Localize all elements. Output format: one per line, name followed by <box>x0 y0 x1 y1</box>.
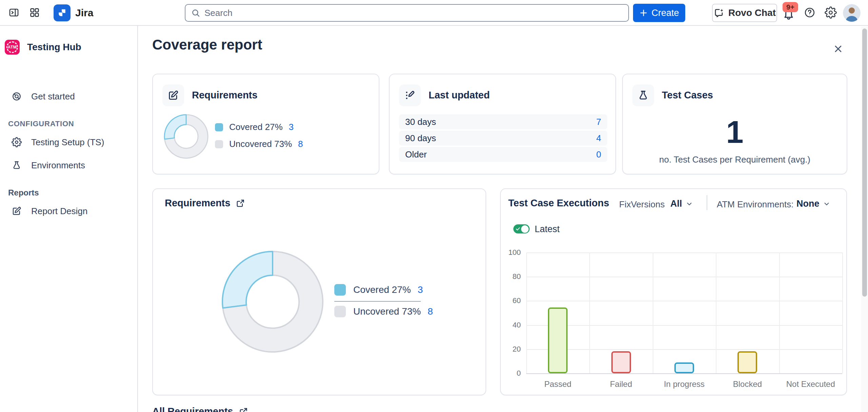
search-input[interactable] <box>204 8 611 18</box>
rovo-chat-button[interactable]: Rovo Chat <box>712 4 777 22</box>
gridline <box>716 252 716 373</box>
test-cases-value: 1 <box>623 114 847 150</box>
list-edit-icon <box>404 90 416 101</box>
icon-tile <box>162 85 184 106</box>
sidebar-item-get-started[interactable]: Get started <box>0 87 137 106</box>
covered-count-link[interactable]: 3 <box>289 122 294 132</box>
bar-blocked <box>737 351 757 373</box>
flask-icon <box>12 160 22 170</box>
gridline <box>526 277 842 277</box>
last-updated-row-older: Older 0 <box>399 147 607 162</box>
y-axis-tick-label: 0 <box>494 369 521 378</box>
sidebar-item-label: Environments <box>31 160 85 171</box>
sidebar-section-reports: Reports <box>8 188 39 198</box>
uncovered-count-link[interactable]: 8 <box>298 139 303 149</box>
y-axis-tick-label: 100 <box>494 248 521 257</box>
row-count-link[interactable]: 0 <box>596 149 601 160</box>
bar-failed <box>611 351 631 373</box>
requirements-summary-card: Requirements Covered 27% 3 Uncovered 73%… <box>152 74 379 174</box>
gridline <box>526 373 842 374</box>
gridline <box>653 252 653 373</box>
logo-ring <box>6 41 18 53</box>
legend-swatch-covered <box>334 284 346 296</box>
lifebuoy-icon <box>12 91 22 101</box>
edit-icon <box>167 90 179 101</box>
test-cases-card: Test Cases 1 no. Test Cases per Requirem… <box>622 74 847 174</box>
executions-panel: Test Case Executions FixVersions All ATM… <box>500 188 847 395</box>
gridline <box>779 252 780 373</box>
user-avatar[interactable] <box>843 4 861 22</box>
bell-icon <box>782 16 795 21</box>
app-switcher-button[interactable] <box>27 5 42 20</box>
gridline <box>526 252 842 253</box>
panel-title: Test Case Executions <box>508 198 609 209</box>
legend-swatch-uncovered <box>334 306 346 317</box>
search-icon <box>191 8 200 18</box>
last-updated-row-90days: 90 days 4 <box>399 131 607 146</box>
edit-icon <box>12 206 22 216</box>
sidebar-item-environments[interactable]: Environments <box>0 156 137 175</box>
external-link-icon[interactable] <box>236 199 245 208</box>
row-label: Older <box>405 149 427 160</box>
requirements-donut-chart <box>163 113 209 160</box>
x-axis-category-label: Failed <box>589 379 652 389</box>
settings-button[interactable] <box>823 5 838 20</box>
last-updated-row-30days: 30 days 7 <box>399 114 607 129</box>
x-axis-category-label: In progress <box>653 379 716 389</box>
gridline <box>842 252 843 373</box>
app-window: Jira Create R <box>0 0 868 412</box>
legend-swatch-covered <box>215 123 223 131</box>
requirements-panel: Requirements Covered 27% 3 Uncovered 73%… <box>152 188 486 395</box>
sidebar-item-testing-setup[interactable]: Testing Setup (TS) <box>0 133 137 152</box>
y-axis-tick-label: 80 <box>494 272 521 281</box>
card-title: Last updated <box>429 90 490 101</box>
row-count-link[interactable]: 7 <box>596 117 601 127</box>
legend-item-uncovered: Uncovered 73% 8 <box>334 306 433 317</box>
x-axis-category-label: Passed <box>526 379 589 389</box>
close-button[interactable] <box>830 41 846 57</box>
executions-bar-chart: 020406080100PassedFailedIn progressBlock… <box>526 252 842 373</box>
main-content: Coverage report Requirements <box>139 26 868 412</box>
covered-count-link[interactable]: 3 <box>418 284 423 295</box>
create-button[interactable]: Create <box>633 4 685 22</box>
row-count-link[interactable]: 4 <box>596 133 601 144</box>
page-scrollbar-thumb[interactable] <box>862 29 867 297</box>
uncovered-count-link[interactable]: 8 <box>428 306 433 317</box>
sidebar-title: Testing Hub <box>27 42 81 53</box>
external-link-icon[interactable] <box>239 407 248 412</box>
gear-icon <box>12 137 22 147</box>
row-label: 30 days <box>405 117 436 127</box>
help-icon <box>804 6 816 20</box>
legend-label: Covered 27% <box>229 122 283 132</box>
latest-toggle-label: Latest <box>535 224 560 235</box>
sidebar-item-label: Testing Setup (TS) <box>31 137 104 148</box>
requirements-donut-chart-large <box>221 250 324 353</box>
gridline <box>526 349 842 350</box>
icon-tile <box>632 85 654 106</box>
sidebar-section-configuration: CONFIGURATION <box>8 119 74 128</box>
atm-environments-label: ATM Environments: <box>717 199 793 210</box>
topbar: Jira Create R <box>0 0 868 26</box>
fixversions-dropdown[interactable]: All <box>670 199 693 209</box>
gridline <box>526 325 842 326</box>
jira-logo[interactable] <box>54 4 71 21</box>
help-button[interactable] <box>802 5 817 20</box>
close-icon <box>833 43 844 55</box>
sidebar-toggle-button[interactable] <box>6 5 21 20</box>
search-bar <box>185 4 629 22</box>
testing-hub-logo: ATM <box>5 40 20 55</box>
page-scrollbar <box>861 26 868 412</box>
x-axis-category-label: Not Executed <box>779 379 842 389</box>
row-label: 90 days <box>405 133 436 144</box>
y-axis-tick-label: 40 <box>494 321 521 330</box>
y-axis-tick-label: 60 <box>494 296 521 305</box>
test-cases-caption: no. Test Cases per Requirement (avg.) <box>623 154 847 165</box>
app-switcher-icon <box>29 7 40 19</box>
latest-toggle[interactable] <box>513 224 530 233</box>
chevron-down-icon <box>823 200 830 208</box>
chevron-down-icon <box>686 200 693 208</box>
icon-tile <box>399 85 421 106</box>
atm-environments-dropdown[interactable]: None <box>796 199 830 209</box>
gridline <box>526 252 527 373</box>
sidebar-item-report-design[interactable]: Report Design <box>0 202 137 221</box>
